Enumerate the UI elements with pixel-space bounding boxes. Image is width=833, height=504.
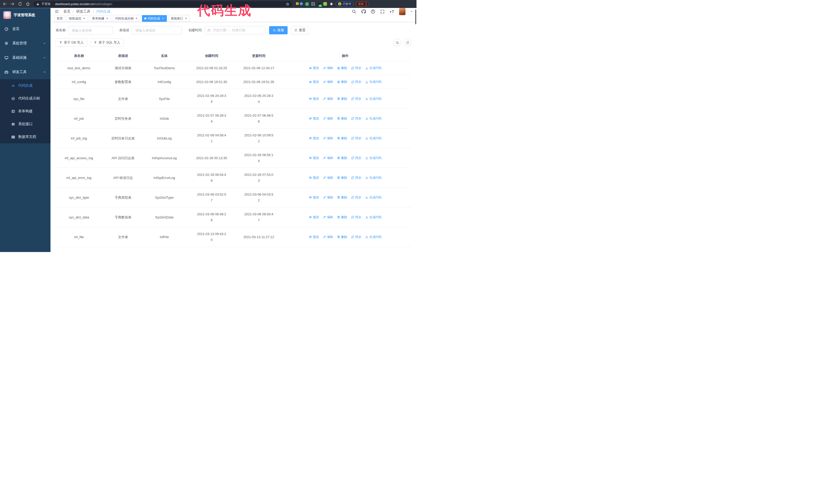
search-button[interactable]: 搜索 bbox=[269, 26, 288, 34]
delete-link[interactable]: 删除 bbox=[337, 116, 347, 121]
close-icon[interactable] bbox=[135, 17, 138, 20]
sync-link[interactable]: 同步 bbox=[351, 155, 361, 161]
extension-grid-icon[interactable] bbox=[311, 2, 315, 6]
generate-code-link[interactable]: 生成代码 bbox=[365, 214, 382, 220]
generate-code-link[interactable]: 生成代码 bbox=[365, 195, 382, 200]
preview-link[interactable]: 预览 bbox=[309, 96, 319, 102]
edit-link[interactable]: 编辑 bbox=[323, 116, 333, 121]
sidebar-item-codegen[interactable]: 代码生成 bbox=[0, 79, 50, 92]
edit-link[interactable]: 编辑 bbox=[323, 135, 333, 141]
preview-link[interactable]: 预览 bbox=[309, 234, 319, 240]
edit-link[interactable]: 编辑 bbox=[323, 96, 333, 102]
preview-link[interactable]: 预览 bbox=[309, 155, 319, 161]
preview-link[interactable]: 预览 bbox=[309, 116, 319, 121]
sync-link[interactable]: 同步 bbox=[351, 96, 361, 102]
reset-button[interactable]: 重置 bbox=[291, 26, 309, 34]
close-icon[interactable] bbox=[105, 17, 109, 20]
tab-home[interactable]: 首页 bbox=[54, 15, 65, 22]
edit-link[interactable]: 编辑 bbox=[323, 234, 333, 240]
table-desc-input[interactable] bbox=[132, 26, 182, 34]
browser-forward-icon[interactable] bbox=[10, 2, 15, 6]
generate-code-link[interactable]: 生成代码 bbox=[365, 155, 382, 161]
delete-link[interactable]: 删除 bbox=[337, 195, 347, 200]
sidebar-item-codegen-example[interactable]: 代码生成示例 bbox=[0, 92, 50, 105]
tab-codegen[interactable]: 代码生成 bbox=[142, 15, 167, 22]
bookmark-star-icon[interactable] bbox=[286, 2, 289, 6]
extension-diamond-icon[interactable] bbox=[300, 3, 303, 5]
edit-link[interactable]: 编辑 bbox=[323, 214, 333, 220]
browser-home-icon[interactable] bbox=[26, 2, 30, 6]
hamburger-icon[interactable] bbox=[54, 9, 59, 14]
delete-link[interactable]: 删除 bbox=[337, 214, 347, 220]
extension-bot-icon[interactable] bbox=[323, 2, 327, 6]
table-name-input[interactable] bbox=[68, 26, 113, 34]
preview-link[interactable]: 预览 bbox=[309, 135, 319, 141]
generate-code-link[interactable]: 生成代码 bbox=[365, 175, 382, 181]
delete-link[interactable]: 删除 bbox=[337, 135, 347, 141]
close-icon[interactable] bbox=[82, 17, 86, 20]
close-icon[interactable] bbox=[161, 17, 165, 20]
sidebar-item-infra[interactable]: 基础设施 bbox=[0, 50, 50, 65]
sync-link[interactable]: 同步 bbox=[351, 79, 361, 85]
preview-link[interactable]: 预览 bbox=[309, 195, 319, 200]
page-scrollbar-thumb[interactable] bbox=[415, 9, 416, 24]
search-icon[interactable] bbox=[352, 9, 356, 14]
sidebar-item-system[interactable]: 系统管理 bbox=[0, 36, 50, 50]
delete-link[interactable]: 删除 bbox=[337, 79, 347, 85]
sync-link[interactable]: 同步 bbox=[351, 116, 361, 121]
help-icon[interactable] bbox=[371, 9, 375, 14]
delete-link[interactable]: 删除 bbox=[337, 65, 347, 71]
sync-link[interactable]: 同步 bbox=[351, 65, 361, 71]
sidebar-item-db-doc[interactable]: 数据库文档 bbox=[0, 130, 50, 143]
breadcrumb-home[interactable]: 首页 bbox=[63, 9, 70, 14]
sync-link[interactable]: 同步 bbox=[351, 234, 361, 240]
import-sql-button[interactable]: 基于 SQL 导入 bbox=[90, 39, 124, 47]
delete-link[interactable]: 删除 bbox=[337, 175, 347, 181]
toggle-search-button[interactable] bbox=[394, 39, 401, 46]
refresh-table-button[interactable] bbox=[404, 39, 411, 46]
sync-link[interactable]: 同步 bbox=[351, 175, 361, 181]
import-db-button[interactable]: 基于 DB 导入 bbox=[56, 39, 87, 47]
font-size-icon[interactable] bbox=[389, 9, 394, 14]
fullscreen-icon[interactable] bbox=[380, 9, 385, 14]
sync-link[interactable]: 同步 bbox=[351, 214, 361, 220]
tab-trace[interactable]: 链路追踪 bbox=[67, 15, 88, 22]
delete-link[interactable]: 删除 bbox=[337, 234, 347, 240]
sidebar-item-system-api[interactable]: 系统接口 bbox=[0, 118, 50, 130]
extension-check-icon[interactable]: ✓ bbox=[305, 2, 309, 6]
delete-link[interactable]: 删除 bbox=[337, 155, 347, 161]
caret-down-icon[interactable] bbox=[410, 11, 412, 13]
sidebar-item-form-builder[interactable]: 表单构建 bbox=[0, 105, 50, 118]
avatar[interactable] bbox=[399, 8, 405, 15]
sync-link[interactable]: 同步 bbox=[351, 195, 361, 200]
sync-link[interactable]: 同步 bbox=[351, 135, 361, 141]
breadcrumb-devtools[interactable]: 研发工具 bbox=[76, 9, 91, 14]
sidebar-item-devtools[interactable]: 研发工具 bbox=[0, 65, 50, 79]
generate-code-link[interactable]: 生成代码 bbox=[365, 234, 382, 240]
close-icon[interactable] bbox=[184, 17, 188, 20]
tab-form-builder[interactable]: 表单构建 bbox=[90, 15, 111, 22]
preview-link[interactable]: 预览 bbox=[309, 214, 319, 220]
preview-link[interactable]: 预览 bbox=[309, 65, 319, 71]
preview-link[interactable]: 预览 bbox=[309, 175, 319, 181]
edit-link[interactable]: 编辑 bbox=[323, 65, 333, 71]
address-bar[interactable]: 不安全 dashboard.yudao.iocoder.cn/tool/code… bbox=[33, 1, 292, 7]
edit-link[interactable]: 编辑 bbox=[323, 195, 333, 200]
extensions-puzzle-icon[interactable] bbox=[329, 2, 333, 6]
generate-code-link[interactable]: 生成代码 bbox=[365, 116, 382, 121]
tab-system-api[interactable]: 系统接口 bbox=[168, 15, 190, 22]
generate-code-link[interactable]: 生成代码 bbox=[365, 96, 382, 102]
browser-reload-icon[interactable] bbox=[18, 2, 22, 6]
preview-link[interactable]: 预览 bbox=[309, 79, 319, 85]
tab-codegen-example[interactable]: 代码生成示例 bbox=[113, 15, 140, 22]
github-icon[interactable] bbox=[361, 9, 366, 14]
profile-paused-badge[interactable]: 已暂停 bbox=[336, 1, 353, 7]
extension-dark-icon[interactable]: on bbox=[317, 2, 321, 6]
edit-link[interactable]: 编辑 bbox=[323, 79, 333, 85]
edit-link[interactable]: 编辑 bbox=[323, 175, 333, 181]
update-badge[interactable]: 更新 bbox=[356, 1, 369, 7]
edit-link[interactable]: 编辑 bbox=[323, 155, 333, 161]
browser-back-icon[interactable] bbox=[3, 2, 7, 6]
date-range-picker[interactable]: 开始日期 - 结束日期 bbox=[205, 26, 265, 34]
sidebar-item-home[interactable]: 首页 bbox=[0, 22, 50, 36]
